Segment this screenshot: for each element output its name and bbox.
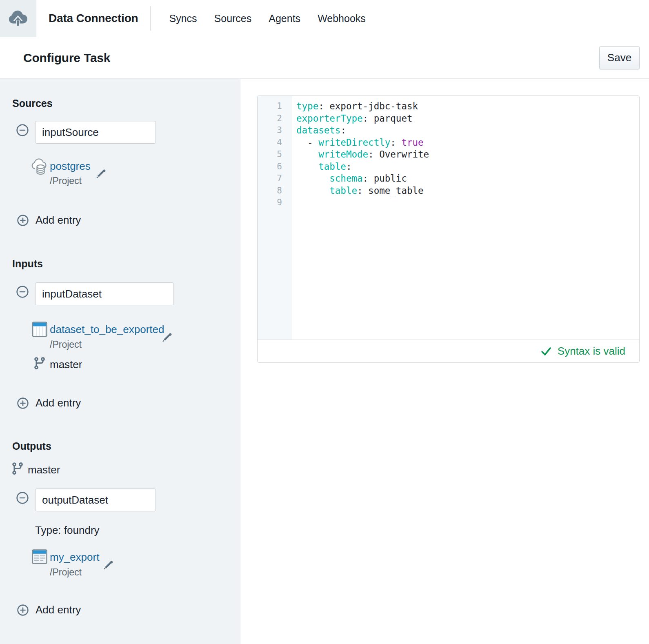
code-line[interactable]: writeMode: Overwrite (296, 149, 639, 161)
app-logo[interactable] (0, 0, 36, 37)
code-line[interactable]: table: (296, 161, 639, 173)
remove-output-entry-icon[interactable] (16, 491, 29, 504)
check-icon (540, 346, 552, 357)
output-type-label: Type: foundry (35, 524, 100, 537)
add-entry-label: Add entry (36, 604, 81, 616)
nav-tab-sources[interactable]: Sources (214, 13, 252, 24)
code-line[interactable]: schema: public (296, 173, 639, 185)
dataset-table-icon (32, 322, 47, 337)
input-resource-path: /Project (50, 339, 82, 350)
nav-tab-agents[interactable]: Agents (269, 13, 300, 24)
source-resource-link[interactable]: postgres (50, 160, 91, 173)
page-title: Configure Task (23, 51, 110, 65)
output-name-input[interactable] (35, 489, 156, 511)
code-line[interactable]: table: some_table (296, 185, 639, 197)
line-number: 8 (258, 185, 291, 197)
line-number-gutter: 123456789 (258, 96, 291, 340)
add-entry-label: Add entry (36, 397, 81, 409)
remove-input-entry-icon[interactable] (16, 285, 29, 298)
plus-circle-icon (17, 397, 29, 409)
line-number: 7 (258, 173, 291, 185)
editor-body: 123456789 type: export-jdbc-taskexporter… (258, 96, 639, 340)
input-name-input[interactable] (35, 282, 174, 305)
add-entry-label: Add entry (36, 214, 81, 227)
source-resource-path: /Project (50, 175, 82, 187)
sources-heading: Sources (12, 98, 53, 109)
line-number: 5 (258, 149, 291, 161)
config-sidebar: Sources postgres /Project (0, 79, 240, 644)
edit-source-pencil-icon[interactable] (94, 167, 109, 181)
nav-divider (150, 6, 151, 31)
input-resource-link[interactable]: dataset_to_be_exported (50, 323, 164, 336)
source-cloud-database-icon (31, 158, 47, 176)
line-number: 6 (258, 161, 291, 173)
nav-tab-webhooks[interactable]: Webhooks (318, 13, 366, 24)
code-line[interactable]: datasets: (296, 124, 639, 137)
add-source-entry[interactable]: Add entry (17, 214, 81, 227)
plus-circle-icon (17, 604, 29, 616)
editor-status-bar: Syntax is valid (258, 340, 639, 362)
code-line[interactable]: type: export-jdbc-task (296, 100, 639, 113)
inputs-heading: Inputs (12, 258, 43, 270)
output-resource-link[interactable]: my_export (50, 551, 99, 564)
code-line[interactable]: - writeDirectly: true (296, 137, 639, 149)
code-area[interactable]: type: export-jdbc-taskexporterType: parq… (291, 96, 639, 340)
cloud-upload-icon (7, 8, 29, 29)
branch-icon (33, 356, 47, 370)
yaml-config-editor: 123456789 type: export-jdbc-taskexporter… (257, 95, 640, 363)
source-name-input[interactable] (35, 121, 156, 144)
save-button[interactable]: Save (599, 46, 640, 69)
plus-circle-icon (17, 214, 29, 227)
nav-items: Syncs Sources Agents Webhooks (169, 13, 365, 24)
line-number: 1 (258, 100, 291, 113)
add-output-entry[interactable]: Add entry (17, 604, 81, 616)
syntax-status-text: Syntax is valid (558, 345, 625, 358)
line-number: 4 (258, 137, 291, 149)
export-document-icon (32, 549, 47, 564)
output-branch-label: master (28, 464, 60, 476)
add-input-entry[interactable]: Add entry (17, 397, 81, 409)
input-branch-label: master (50, 358, 82, 371)
output-resource-path: /Project (50, 567, 82, 578)
edit-input-pencil-icon[interactable] (160, 330, 175, 345)
line-number: 2 (258, 113, 291, 125)
code-line[interactable]: exporterType: parquet (296, 113, 639, 125)
code-line[interactable] (296, 197, 639, 209)
line-number: 3 (258, 124, 291, 137)
main-panel: 123456789 type: export-jdbc-taskexporter… (241, 79, 649, 644)
edit-output-pencil-icon[interactable] (101, 558, 116, 573)
nav-tab-syncs[interactable]: Syncs (169, 13, 197, 24)
remove-source-entry-icon[interactable] (16, 124, 29, 137)
top-navbar: Data Connection Syncs Sources Agents Web… (0, 0, 649, 37)
app-title: Data Connection (49, 12, 138, 25)
line-number: 9 (258, 197, 291, 209)
outputs-heading: Outputs (12, 440, 51, 452)
branch-icon (11, 462, 24, 475)
page-header: Configure Task Save (0, 37, 649, 79)
